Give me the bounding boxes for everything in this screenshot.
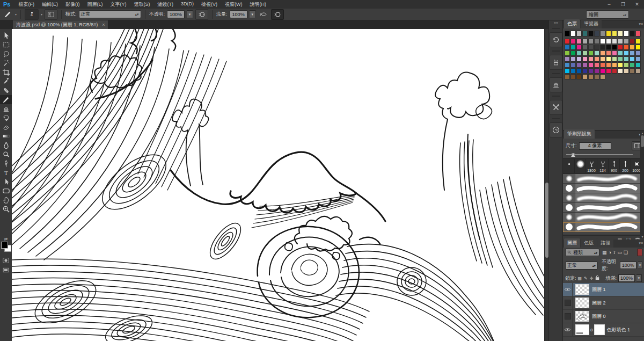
collapse-panels-icon[interactable]: «« bbox=[549, 20, 563, 26]
color-swatch[interactable] bbox=[630, 56, 635, 62]
color-swatch[interactable] bbox=[624, 56, 629, 62]
creative-cloud-panel-icon[interactable] bbox=[550, 122, 562, 137]
color-swatch[interactable] bbox=[565, 68, 570, 74]
color-swatch[interactable] bbox=[565, 39, 570, 44]
color-swatch[interactable] bbox=[612, 45, 617, 50]
color-swatch[interactable] bbox=[582, 50, 588, 56]
magic-wand-tool[interactable] bbox=[0, 59, 12, 68]
dodge-tool[interactable] bbox=[0, 150, 12, 159]
pixel-filter-icon[interactable]: ▦ bbox=[602, 250, 607, 255]
chevron-down-icon[interactable]: ▼ bbox=[250, 10, 256, 18]
menu-item-2[interactable]: 影像(I) bbox=[62, 1, 84, 8]
move-tool[interactable] bbox=[0, 31, 12, 40]
color-swatch[interactable] bbox=[630, 31, 635, 37]
airbrush-icon[interactable] bbox=[258, 10, 269, 19]
layer-fill-value[interactable]: 100% bbox=[618, 274, 635, 282]
color-swatch[interactable] bbox=[624, 50, 629, 56]
brush-list-scrollbar[interactable]: ▴ ▾ bbox=[640, 131, 644, 238]
menu-item-1[interactable]: 編輯(E) bbox=[38, 1, 62, 8]
color-swatch[interactable] bbox=[576, 31, 582, 37]
color-swatch[interactable] bbox=[576, 39, 582, 44]
lock-transparency-icon[interactable]: ▦ bbox=[578, 276, 582, 281]
color-swatch[interactable] bbox=[565, 74, 570, 79]
chevron-down-icon[interactable]: ▼ bbox=[187, 10, 193, 18]
blend-mode-dropdown[interactable]: 正常 ▴▾ bbox=[79, 10, 141, 18]
color-swatch[interactable] bbox=[570, 31, 576, 37]
color-swatch[interactable] bbox=[576, 45, 582, 50]
slider-track[interactable] bbox=[566, 154, 633, 155]
eyedropper-tool[interactable] bbox=[0, 77, 12, 86]
color-swatch[interactable] bbox=[594, 74, 599, 79]
color-swatch[interactable] bbox=[618, 68, 623, 74]
color-swatch[interactable] bbox=[570, 68, 576, 74]
color-swatch[interactable] bbox=[576, 56, 582, 62]
canvas[interactable] bbox=[12, 29, 544, 341]
chevron-down-icon[interactable]: ▾ bbox=[15, 12, 17, 16]
spot-healing-brush-tool[interactable] bbox=[0, 86, 12, 95]
color-swatch[interactable] bbox=[612, 62, 617, 68]
tab-navigator[interactable]: 導覽器 bbox=[581, 19, 602, 28]
color-swatch[interactable] bbox=[594, 31, 599, 37]
rectangular-marquee-tool[interactable] bbox=[0, 40, 12, 49]
brush-preset-grass[interactable]: 1800 bbox=[586, 159, 597, 173]
color-swatch[interactable] bbox=[635, 39, 641, 44]
layer-row[interactable]: 圖層 2 bbox=[563, 296, 644, 310]
color-swatch[interactable] bbox=[612, 68, 617, 74]
color-swatch[interactable] bbox=[618, 39, 623, 44]
tab-layers[interactable]: 圖層 bbox=[564, 238, 580, 248]
gradient-tool[interactable] bbox=[0, 132, 12, 141]
smart-object-filter-icon[interactable]: ❏ bbox=[624, 250, 628, 255]
layer-mask-thumbnail[interactable] bbox=[594, 324, 605, 335]
color-swatch[interactable] bbox=[582, 56, 588, 62]
brush-tool[interactable] bbox=[0, 95, 12, 104]
color-swatch[interactable] bbox=[612, 50, 617, 56]
layer-row[interactable]: 8色彩填色 1 bbox=[563, 323, 644, 337]
color-swatch[interactable] bbox=[600, 56, 605, 62]
adjustment-filter-icon[interactable]: ◑ bbox=[609, 250, 611, 255]
clone-source-panel-icon[interactable] bbox=[550, 77, 562, 92]
slider-thumb[interactable] bbox=[571, 153, 575, 157]
brush-size-field[interactable]: 4 像素 bbox=[579, 142, 611, 150]
lasso-tool[interactable] bbox=[0, 49, 12, 59]
brush-preset-spike[interactable]: 900 bbox=[609, 159, 620, 173]
scrollbar-thumb[interactable] bbox=[641, 135, 644, 147]
color-swatch[interactable] bbox=[594, 50, 599, 56]
color-swatch[interactable] bbox=[594, 62, 599, 68]
tools-panel-icon[interactable] bbox=[550, 100, 562, 115]
type-tool[interactable]: T bbox=[0, 168, 12, 177]
brush-stroke-preset[interactable] bbox=[563, 203, 644, 213]
color-swatch[interactable] bbox=[630, 39, 635, 44]
color-swatch[interactable] bbox=[606, 62, 611, 68]
color-swatch[interactable] bbox=[606, 56, 611, 62]
menu-item-7[interactable]: 3D(D) bbox=[177, 1, 197, 8]
lock-position-icon[interactable]: ✛ bbox=[590, 276, 594, 281]
layer-filter-dropdown[interactable]: 種類 ▴▾ bbox=[565, 249, 599, 256]
color-swatch[interactable] bbox=[570, 50, 576, 56]
toggle-brush-panel-button[interactable] bbox=[45, 9, 57, 20]
shape-filter-icon[interactable]: ▭ bbox=[617, 250, 622, 255]
color-swatch[interactable] bbox=[635, 45, 641, 50]
color-swatch[interactable] bbox=[612, 39, 617, 44]
color-swatch[interactable] bbox=[588, 45, 594, 50]
color-swatch[interactable] bbox=[594, 56, 599, 62]
layer-thumbnail[interactable] bbox=[575, 284, 589, 295]
blur-tool[interactable] bbox=[0, 141, 12, 150]
brush-tool-preset-icon[interactable] bbox=[2, 10, 13, 19]
color-swatch[interactable] bbox=[582, 62, 588, 68]
color-swatch[interactable] bbox=[565, 62, 570, 68]
brush-preset-soft[interactable] bbox=[575, 159, 586, 173]
visibility-toggle-empty[interactable] bbox=[563, 296, 573, 309]
document-tab[interactable]: 海波浪.psd @ 100% (圖層 1, RGB/8#) × bbox=[13, 20, 108, 29]
type-filter-icon[interactable]: T bbox=[613, 250, 616, 255]
pen-tool[interactable] bbox=[0, 159, 12, 168]
visibility-eye-icon[interactable] bbox=[563, 323, 573, 336]
clone-stamp-tool[interactable] bbox=[0, 104, 12, 113]
color-swatch[interactable] bbox=[576, 68, 582, 74]
opacity-value[interactable]: 100% bbox=[167, 10, 185, 18]
color-swatch[interactable] bbox=[612, 56, 617, 62]
rounded-rectangle-tool[interactable] bbox=[0, 186, 12, 195]
color-swatch[interactable] bbox=[588, 74, 594, 79]
brush-stroke-preset[interactable] bbox=[563, 193, 644, 203]
color-swatch[interactable] bbox=[588, 68, 594, 74]
color-swatch[interactable] bbox=[570, 39, 576, 44]
